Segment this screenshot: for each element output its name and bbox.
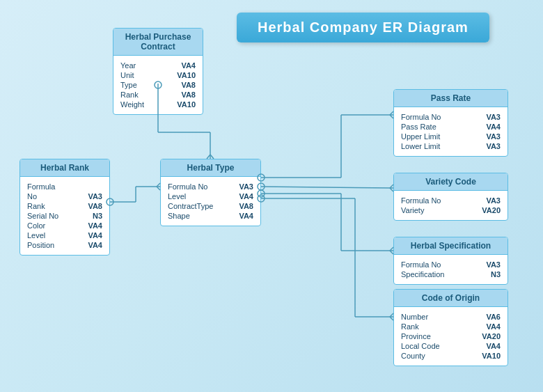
herbal-type-box: Herbal Type Formula NoVA3 LevelVA4 Contr…: [160, 159, 261, 226]
pass-rate-body: Formula NoVA3 Pass RateVA4 Upper LimitVA…: [394, 107, 507, 156]
svg-line-18: [261, 187, 393, 188]
code-of-origin-box: Code of Origin NumberVA6 RankVA4 Provinc…: [393, 289, 508, 366]
variety-code-body: Formula NoVA3 VarietyVA20: [394, 191, 507, 220]
herbal-rank-box: Herbal Rank Formula NoVA3 RankVA8 Serial…: [19, 159, 110, 256]
purchase-contract-header: Herbal PurchaseContract: [113, 29, 203, 56]
variety-code-box: Variety Code Formula NoVA3 VarietyVA20: [393, 173, 508, 221]
pass-rate-box: Pass Rate Formula NoVA3 Pass RateVA4 Upp…: [393, 89, 508, 157]
code-of-origin-body: NumberVA6 RankVA4 ProvinceVA20 Local Cod…: [394, 307, 507, 366]
purchase-contract-box: Herbal PurchaseContract YearVA4 UnitVA10…: [113, 28, 203, 115]
herbal-rank-header: Herbal Rank: [20, 159, 109, 177]
herbal-type-header: Herbal Type: [161, 159, 260, 177]
herbal-specification-header: Herbal Specification: [394, 237, 507, 255]
herbal-rank-body: Formula NoVA3 RankVA8 Serial NoN3 ColorV…: [20, 177, 109, 255]
code-of-origin-header: Code of Origin: [394, 290, 507, 307]
herbal-specification-body: Formula NoVA3 SpecificationN3: [394, 255, 507, 284]
variety-code-header: Variety Code: [394, 173, 507, 191]
herbal-type-body: Formula NoVA3 LevelVA4 ContractTypeVA8 S…: [161, 177, 260, 226]
pass-rate-header: Pass Rate: [394, 90, 507, 107]
herbal-specification-box: Herbal Specification Formula NoVA3 Speci…: [393, 237, 508, 285]
purchase-contract-body: YearVA4 UnitVA10 TypeVA8 RankVA8 WeightV…: [113, 56, 203, 114]
diagram-title: Herbal Company ER Diagram: [237, 13, 489, 42]
